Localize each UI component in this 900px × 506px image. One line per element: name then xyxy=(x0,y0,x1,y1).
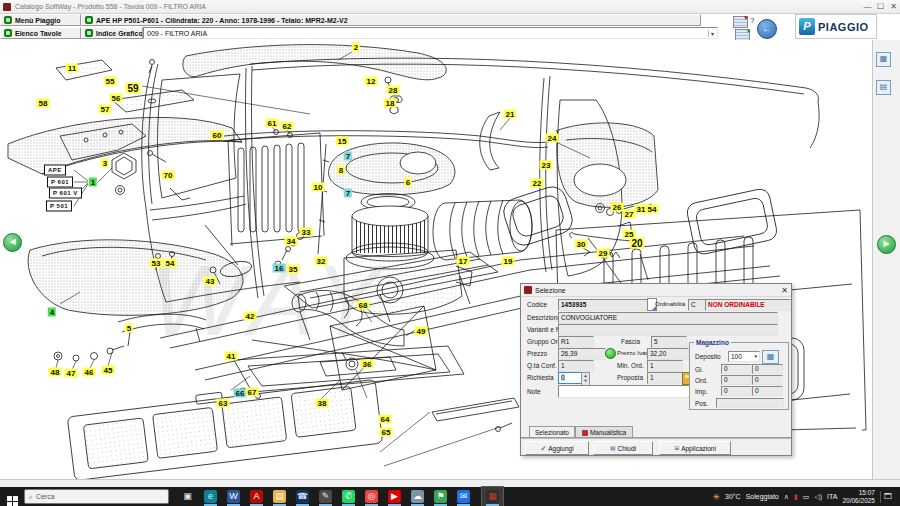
tray-expand-icon[interactable]: ∧ xyxy=(784,493,789,501)
weather-desc[interactable]: Soleggiato xyxy=(746,493,779,500)
back-button[interactable]: ← xyxy=(757,19,777,39)
tray-volume-icon[interactable]: ◁) xyxy=(814,493,822,501)
part-label-41[interactable]: 41 xyxy=(225,352,238,361)
aggiungi-button[interactable]: ✓ Aggiungi xyxy=(525,441,589,455)
part-label-45[interactable]: 45 xyxy=(102,366,115,375)
part-label-43[interactable]: 43 xyxy=(204,277,217,286)
previous-table-button[interactable]: ◀ xyxy=(3,233,22,252)
part-label-11[interactable]: 11 xyxy=(66,64,78,73)
codice-field[interactable]: 1453935 xyxy=(558,299,648,311)
catalogo-softway-icon[interactable]: ▦ xyxy=(482,487,503,506)
rail-grid-button[interactable]: ▤ xyxy=(876,80,891,95)
richiesta-stepper[interactable]: ▲▼ xyxy=(581,372,590,386)
part-label-16[interactable]: 16 xyxy=(273,264,286,273)
part-label-2[interactable]: 2 xyxy=(352,43,360,52)
part-label-58[interactable]: 58 xyxy=(37,99,50,108)
chevron-down-icon[interactable]: ▾ xyxy=(708,30,714,37)
notification-center-icon[interactable]: 🗔 xyxy=(880,491,896,503)
tray-language[interactable]: ITA xyxy=(827,493,837,500)
dialog-titlebar[interactable]: Selezione ✕ xyxy=(521,284,791,297)
part-label-22[interactable]: 22 xyxy=(531,179,544,188)
part-label-70[interactable]: 70 xyxy=(162,171,175,180)
part-label-7[interactable]: 7 xyxy=(344,189,352,198)
part-label-42[interactable]: 42 xyxy=(244,312,257,321)
model-badge-p-601[interactable]: P 601 xyxy=(47,177,73,188)
menu-piaggio-button[interactable]: Menù Piaggio xyxy=(0,14,81,26)
weather-sun-icon[interactable]: ☀ xyxy=(712,492,720,502)
part-label-38[interactable]: 38 xyxy=(316,399,329,408)
applicazioni-button[interactable]: ⊞ Applicazioni xyxy=(659,441,731,455)
part-label-28[interactable]: 28 xyxy=(387,86,400,95)
part-label-65[interactable]: 65 xyxy=(380,428,393,437)
part-label-7[interactable]: 7 xyxy=(344,152,352,161)
part-label-12[interactable]: 12 xyxy=(365,77,378,86)
whatsapp-icon[interactable]: ✆ xyxy=(338,487,359,506)
part-label-57[interactable]: 57 xyxy=(99,105,112,114)
file-explorer-icon[interactable]: ▤ xyxy=(269,487,290,506)
part-label-47[interactable]: 47 xyxy=(65,369,78,378)
close-button[interactable]: ✕ xyxy=(887,1,900,12)
part-label-21[interactable]: 21 xyxy=(504,110,517,119)
indice-grafico-button[interactable]: Indice Grafico Tutte le xyxy=(81,27,143,39)
dialog-close-icon[interactable]: ✕ xyxy=(781,286,788,295)
part-label-54[interactable]: 54 xyxy=(646,205,659,214)
part-label-53[interactable]: 53 xyxy=(150,259,163,268)
taskbar-search-input[interactable]: ⌕ Cerca xyxy=(24,489,169,504)
part-label-10[interactable]: 10 xyxy=(312,183,325,192)
photos-icon[interactable]: ☁ xyxy=(407,487,428,506)
part-label-62[interactable]: 62 xyxy=(281,122,294,131)
part-label-68[interactable]: 68 xyxy=(357,301,370,310)
part-label-8[interactable]: 8 xyxy=(337,166,345,175)
part-label-48[interactable]: 48 xyxy=(49,368,62,377)
start-button[interactable] xyxy=(0,487,24,506)
part-label-5[interactable]: 5 xyxy=(125,324,133,333)
tray-display-icon[interactable]: ▭ xyxy=(803,493,810,501)
part-label-63[interactable]: 63 xyxy=(217,399,230,408)
chiudi-button[interactable]: ▤ Chiudi xyxy=(593,441,653,455)
part-label-24[interactable]: 24 xyxy=(546,134,559,143)
edge-icon[interactable]: e xyxy=(200,487,221,506)
part-label-56[interactable]: 56 xyxy=(110,94,123,103)
part-label-59[interactable]: 59 xyxy=(125,83,140,94)
deposito-combobox[interactable]: 100 ▾ xyxy=(728,351,760,362)
part-label-64[interactable]: 64 xyxy=(379,415,392,424)
part-label-6[interactable]: 6 xyxy=(404,178,412,187)
part-label-3[interactable]: 3 xyxy=(101,159,109,168)
part-label-61[interactable]: 61 xyxy=(266,119,279,128)
task-view-icon[interactable]: ▣ xyxy=(177,487,198,506)
part-label-29[interactable]: 29 xyxy=(597,249,610,258)
part-label-34[interactable]: 34 xyxy=(285,237,298,246)
next-table-button[interactable]: ▶ xyxy=(877,235,896,254)
paint-app-icon[interactable]: ✎ xyxy=(315,487,336,506)
part-label-4[interactable]: 4 xyxy=(48,308,56,317)
part-label-27[interactable]: 27 xyxy=(623,210,636,219)
chrome-icon[interactable]: ◎ xyxy=(361,487,382,506)
part-label-20[interactable]: 20 xyxy=(629,238,644,249)
part-label-55[interactable]: 55 xyxy=(104,77,117,86)
part-label-33[interactable]: 33 xyxy=(300,228,313,237)
model-badge-p-601-v[interactable]: P 601 V xyxy=(49,188,82,199)
rail-window-button[interactable]: ▦ xyxy=(876,52,891,67)
model-badge-p-501[interactable]: P 501 xyxy=(46,201,72,212)
deposito-lookup-button[interactable]: ▦ xyxy=(762,350,779,364)
part-label-32[interactable]: 32 xyxy=(315,257,328,266)
part-label-17[interactable]: 17 xyxy=(457,257,470,266)
part-label-66[interactable]: 66 xyxy=(234,389,247,398)
part-label-60[interactable]: 60 xyxy=(211,131,224,140)
part-label-36[interactable]: 36 xyxy=(361,360,374,369)
tray-clock[interactable]: 15:07 20/06/2025 xyxy=(842,489,875,505)
elenco-tavole-button[interactable]: Elenco Tavole xyxy=(0,27,81,39)
model-badge-ape[interactable]: APE xyxy=(44,165,66,176)
part-label-46[interactable]: 46 xyxy=(83,368,96,377)
mail-icon[interactable]: ✉ xyxy=(453,487,474,506)
acrobat-icon[interactable]: A xyxy=(246,487,267,506)
part-label-26[interactable]: 26 xyxy=(611,203,624,212)
model-info-bar[interactable]: APE HP P501-P601 - Cilindrata: 220 - Ann… xyxy=(81,14,701,26)
part-label-35[interactable]: 35 xyxy=(287,265,300,274)
part-label-15[interactable]: 15 xyxy=(336,137,349,146)
tavola-combobox[interactable]: 009 - FILTRO ARIA ▾ xyxy=(143,27,718,39)
your-phone-icon[interactable]: ☎ xyxy=(292,487,313,506)
part-label-67[interactable]: 67 xyxy=(246,388,259,397)
filter-table-button[interactable]: ▼ xyxy=(733,16,748,28)
help-button[interactable]: ? xyxy=(750,16,754,25)
